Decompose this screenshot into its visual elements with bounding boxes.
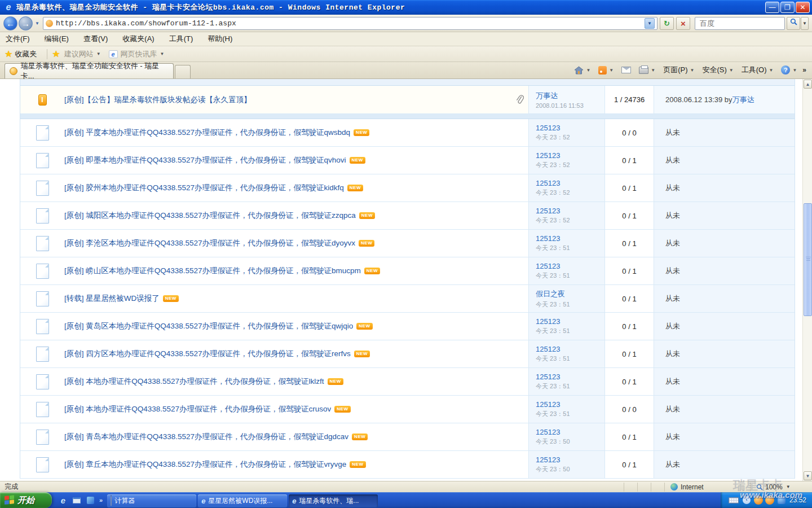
keyboard-tray-icon[interactable] (729, 497, 739, 503)
topic-page-icon (36, 291, 49, 306)
system-tray: ‹ 23:52 (721, 492, 812, 508)
address-dropdown-icon[interactable]: ▼ (645, 18, 655, 29)
back-button[interactable]: ← (3, 16, 17, 30)
menu-edit[interactable]: 编辑(E) (45, 34, 69, 44)
author-link[interactable]: 假日之夜 (536, 289, 565, 299)
hide-tray-icons-button[interactable]: ‹ (743, 496, 751, 504)
author-link[interactable]: 125123 (536, 207, 560, 215)
menu-view[interactable]: 查看(V) (83, 34, 108, 44)
scroll-down-button[interactable]: ▼ (804, 471, 812, 480)
topic-page-icon (36, 236, 49, 251)
feeds-button[interactable]: ▼ (598, 66, 614, 75)
author-link[interactable]: 125123 (536, 124, 560, 132)
favorites-button[interactable]: 收藏夹 (15, 49, 37, 59)
topic-title-link[interactable]: [原创] 平度本地办理证件QQ4338.5527办理假证件，代办假身份证，假驾驶… (64, 128, 350, 138)
scrollbar-thumb[interactable] (804, 203, 812, 316)
tray-app-icon[interactable] (778, 496, 785, 504)
taskbar-clock: 23:52 (789, 496, 806, 504)
chevron-down-icon: ▼ (690, 68, 695, 73)
topic-title-link[interactable]: [原创] 崂山区本地办理证件QQ4338.5527办理假证件，代办假身份证，假驾… (64, 266, 361, 276)
page-menu-button[interactable]: 页面(P) ▼ (663, 65, 694, 75)
author-link[interactable]: 125123 (536, 262, 560, 270)
address-field[interactable]: ▼ (43, 17, 657, 30)
quick-launch-overflow-icon[interactable]: » (99, 497, 103, 503)
kaka-mascot-tray-icon[interactable] (754, 496, 763, 505)
read-mail-button[interactable] (621, 67, 631, 73)
topic-title-link[interactable]: [原创]【公告】瑞星杀毒软件版块发帖必读【永久置顶】 (64, 95, 251, 105)
forward-button[interactable]: → (19, 16, 33, 30)
topic-title-link[interactable]: [原创] 四方区本地办理证件QQ4338.5527办理假证件，代办假身份证，假驾… (64, 349, 351, 359)
zoom-control[interactable]: 100% ▼ (750, 483, 812, 492)
favorites-star-icon: ★ (5, 49, 12, 59)
topic-title-link[interactable]: [转载] 星星居然被WD误报了 (64, 294, 160, 304)
topic-title-link[interactable]: [原创] 胶州本地办理证件QQ4338.5527办理假证件，代办假身份证，假驾驶… (64, 183, 344, 193)
menu-file[interactable]: 文件(F) (6, 34, 30, 44)
last-post: 从未 (654, 340, 795, 367)
chevron-down-icon: ▼ (792, 68, 797, 73)
reply-view-count: 0 / 1 (604, 202, 654, 229)
status-pane (651, 483, 663, 492)
menu-tools[interactable]: 工具(T) (169, 34, 193, 44)
recent-pages-dropdown-icon[interactable]: ▼ (35, 21, 39, 26)
web-slices-button[interactable]: e 网页快讯库 ▼ (109, 49, 165, 59)
topic-title-link[interactable]: [原创] 城阳区本地办理证件QQ4338.5527办理假证件，代办假身份证，假驾… (64, 211, 356, 221)
topic-title-link[interactable]: [原创] 即墨本地办理证件QQ4338.5527办理假证件，代办假身份证，假驾驶… (64, 155, 346, 165)
quick-launch-app-icon[interactable] (85, 494, 96, 506)
vertical-scrollbar[interactable]: ▲ ▼ (802, 79, 812, 481)
minimize-button[interactable]: — (765, 2, 779, 13)
search-go-button[interactable] (787, 17, 800, 30)
print-button[interactable]: ▼ (639, 67, 655, 74)
topic-title-link[interactable]: [原创] 本地办理证件QQ4338.5527办理假证件，代办假身份证，假驾驶证c… (64, 404, 331, 414)
suggested-sites-icon: ★ (52, 49, 60, 59)
topic-title-link[interactable]: [原创] 本地办理证件QQ4338.5527办理假证件，代办假身份证，假驾驶证l… (64, 376, 324, 387)
search-options-dropdown-icon[interactable]: ▼ (801, 17, 809, 30)
reply-view-count: 0 / 1 (604, 147, 654, 174)
author-link[interactable]: 125123 (536, 151, 560, 160)
favorites-bar: ★ 收藏夹 ★ 建议网站 ▼ e 网页快讯库 ▼ (0, 46, 812, 62)
topic-title-link[interactable]: [原创] 李沧区本地办理证件QQ4338.5527办理假证件，代办假身份证，假驾… (64, 238, 355, 248)
tools-menu-button[interactable]: 工具(O) ▼ (742, 65, 774, 75)
safety-menu-button[interactable]: 安全(S) ▼ (702, 65, 733, 75)
author-link[interactable]: 125123 (536, 428, 560, 436)
taskbar-button[interactable]: e瑞星杀毒软件、瑞... (289, 494, 378, 507)
author-link[interactable]: 125123 (536, 345, 560, 353)
address-input[interactable] (56, 19, 645, 28)
search-box[interactable] (695, 17, 785, 30)
new-tab-button[interactable] (175, 65, 191, 78)
topic-page-icon (36, 264, 49, 279)
search-input[interactable] (700, 19, 799, 28)
start-button[interactable]: 开始 (0, 492, 52, 508)
author-link[interactable]: 万事达 (536, 91, 558, 101)
author-link[interactable]: 125123 (536, 456, 560, 464)
taskbar-button[interactable]: e星星居然被WD误报... (198, 494, 287, 507)
menu-favorites[interactable]: 收藏夹(A) (122, 34, 154, 44)
taskbar-button-label: 星星居然被WD误报... (208, 496, 272, 506)
taskbar-button[interactable]: 计算器 (107, 494, 196, 507)
command-overflow-button[interactable]: » (802, 66, 806, 74)
topic-title-link[interactable]: [原创] 章丘本地办理证件QQ4338.5527办理假证件，代办假身份证，假驾驶… (64, 459, 346, 470)
author-link[interactable]: 125123 (536, 234, 560, 243)
scroll-up-button[interactable]: ▲ (804, 80, 812, 89)
last-post-author-link[interactable]: 万事达 (732, 95, 754, 105)
topic-page-icon (36, 402, 49, 417)
help-button[interactable]: ? ▼ (781, 65, 797, 75)
close-button[interactable]: ✕ (796, 2, 810, 13)
stop-button[interactable]: × (676, 17, 690, 30)
topic-title-link[interactable]: [原创] 黄岛区本地办理证件QQ4338.5527办理假证件，代办假身份证，假驾… (64, 321, 353, 331)
internet-zone-icon (670, 483, 678, 491)
author-link[interactable]: 125123 (536, 400, 560, 409)
suggested-sites-button[interactable]: ★ 建议网站 ▼ (52, 49, 100, 59)
home-button[interactable]: ▼ (574, 66, 590, 75)
topic-title-link[interactable]: [原创] 青岛本地办理证件QQ4338.5527办理假证件，代办假身份证，假驾驶… (64, 432, 348, 442)
search-go-icon (790, 18, 797, 25)
tab-active[interactable]: 瑞星杀毒软件、瑞星全功能安全软件 - 瑞星卡... (5, 63, 174, 78)
show-desktop-icon[interactable] (71, 494, 82, 506)
author-link[interactable]: 125123 (536, 179, 560, 187)
author-link[interactable]: 125123 (536, 317, 560, 326)
quick-launch-ie-icon[interactable]: e (58, 494, 69, 506)
menu-help[interactable]: 帮助(H) (208, 34, 232, 44)
kaka-mascot-tray-icon[interactable] (765, 496, 774, 505)
restore-button[interactable]: ❐ (780, 2, 795, 13)
refresh-button[interactable]: ↻ (660, 17, 674, 30)
author-link[interactable]: 125123 (536, 373, 560, 381)
